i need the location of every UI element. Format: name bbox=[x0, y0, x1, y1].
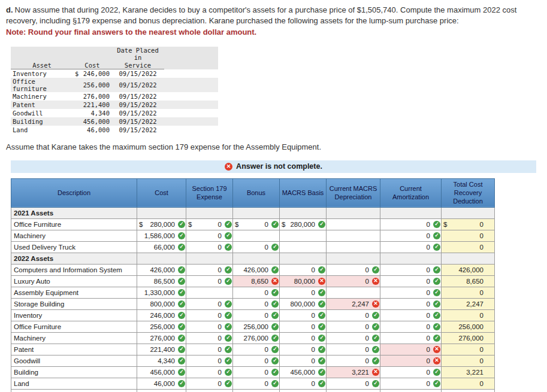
mark-slot: ✕ bbox=[431, 346, 440, 353]
entry-cell-depr[interactable]: 0✓ bbox=[327, 264, 380, 275]
entry-cell-depr[interactable]: 0✓ bbox=[327, 309, 380, 321]
entry-cell-macrs[interactable]: 0✓ bbox=[280, 321, 327, 332]
entry-cell-amort[interactable]: 0✓ bbox=[380, 275, 442, 287]
entry-cell-cost[interactable]: 246,000✓ bbox=[137, 309, 186, 321]
entry-cell-amort[interactable]: 0✓ bbox=[380, 241, 442, 253]
entry-cell-s179[interactable]: 0✓ bbox=[186, 264, 233, 275]
entry-cell-cost[interactable]: 276,000✓ bbox=[137, 332, 186, 344]
entry-cell-cost[interactable]: 46,000✓ bbox=[137, 378, 186, 389]
entry-cell-s179[interactable]: 0✓ bbox=[186, 344, 233, 355]
entry-cell-depr[interactable]: 0✓ bbox=[327, 332, 380, 344]
entry-cell-macrs[interactable]: 800,000✓ bbox=[280, 298, 327, 309]
entry-cell-amort[interactable]: 0✓ bbox=[380, 218, 442, 230]
asset-cost-value: 4,340 bbox=[75, 110, 110, 117]
entry-cell-bonus[interactable]: 0✓ bbox=[233, 378, 280, 389]
entry-cell-bonus[interactable]: $0✓ bbox=[233, 218, 280, 230]
entry-cell-bonus[interactable]: 0✓ bbox=[233, 355, 280, 366]
mark-slot: ✓ bbox=[223, 232, 232, 239]
entry-cell-s179[interactable]: 0✓ bbox=[186, 298, 233, 309]
mark-slot: ✓ bbox=[370, 335, 379, 342]
entry-cell-cost[interactable]: 426,000✓ bbox=[137, 264, 186, 275]
entry-cell-macrs[interactable]: 0✓ bbox=[280, 355, 327, 366]
cell-content: 0✓ bbox=[327, 321, 380, 332]
entry-cell-bonus[interactable]: 426,000✓ bbox=[233, 264, 280, 275]
entry-cell-macrs[interactable]: 0✓ bbox=[280, 264, 327, 275]
entry-cell-bonus[interactable]: 0✓ bbox=[233, 298, 280, 309]
entry-cell-macrs[interactable]: 0✓ bbox=[280, 287, 327, 298]
entry-cell-amort[interactable]: 0✓ bbox=[380, 378, 442, 389]
entry-cell-s179[interactable]: 0✓ bbox=[186, 355, 233, 366]
entry-cell-amort[interactable]: 0✕ bbox=[380, 344, 442, 355]
entry-cell-cost[interactable]: 221,400✓ bbox=[137, 344, 186, 355]
entry-cell-amort[interactable]: 0✓ bbox=[380, 332, 442, 344]
entry-cell-bonus[interactable]: 0✓ bbox=[233, 344, 280, 355]
cell-value: 8,650 bbox=[251, 278, 270, 285]
entry-cell-macrs[interactable]: 0✓ bbox=[280, 378, 327, 389]
entry-cell-s179[interactable]: 0✓ bbox=[186, 241, 233, 253]
entry-cell-macrs[interactable]: 0✓ bbox=[280, 332, 327, 344]
entry-cell-s179: $0 bbox=[186, 389, 233, 392]
mark-slot: ✓ bbox=[270, 369, 279, 376]
entry-cell-amort[interactable]: 0✓ bbox=[380, 287, 442, 298]
entry-cell-s179[interactable]: 0✓ bbox=[186, 309, 233, 321]
cell-value: 0 bbox=[312, 266, 316, 274]
cell-value: 0 bbox=[265, 289, 270, 296]
entry-cell-amort[interactable]: 0✓ bbox=[380, 309, 442, 321]
entry-cell-bonus[interactable]: 0✓ bbox=[233, 241, 280, 253]
entry-cell-s179[interactable]: 0✓ bbox=[186, 366, 233, 378]
entry-cell-depr[interactable]: 2,247✕ bbox=[327, 298, 380, 309]
entry-cell-s179[interactable]: $0✓ bbox=[186, 218, 233, 230]
entry-cell-cost[interactable]: $280,000✓ bbox=[137, 218, 186, 230]
entry-cell-cost[interactable]: 4,340✓ bbox=[137, 355, 186, 366]
entry-cell-macrs: $1,616,000 bbox=[280, 389, 327, 392]
cell-value: 456,000 bbox=[150, 369, 176, 376]
entry-cell-cost[interactable]: 1,586,000✓ bbox=[137, 230, 186, 241]
entry-cell-amort[interactable]: 0✓ bbox=[380, 298, 442, 309]
entry-cell-depr[interactable]: 3,221✕ bbox=[327, 366, 380, 378]
entry-cell-depr[interactable]: 0✕ bbox=[327, 275, 380, 287]
entry-cell-amort[interactable]: 0✓ bbox=[380, 321, 442, 332]
entry-cell-s179[interactable]: 0✓ bbox=[186, 275, 233, 287]
check-icon: ✓ bbox=[433, 369, 440, 376]
entry-cell-depr[interactable]: 0✓ bbox=[327, 321, 380, 332]
entry-cell-amort[interactable]: 0✓ bbox=[380, 366, 442, 378]
entry-cell-s179[interactable]: 0✓ bbox=[186, 378, 233, 389]
entry-cell-macrs[interactable]: 0✓ bbox=[280, 344, 327, 355]
entry-cell-macrs[interactable]: 456,000✓ bbox=[280, 366, 327, 378]
entry-cell-bonus[interactable]: 256,000✓ bbox=[233, 321, 280, 332]
entry-cell-depr[interactable]: 0✓ bbox=[327, 355, 380, 366]
entry-cell-macrs[interactable]: 80,000✕ bbox=[280, 275, 327, 287]
entry-cell-amort[interactable]: 0✕ bbox=[380, 355, 442, 366]
cell-value: 0 bbox=[312, 346, 316, 353]
cell-content: $972,118 bbox=[442, 390, 494, 392]
check-icon: ✓ bbox=[433, 335, 440, 342]
cell-content: 0 bbox=[442, 355, 494, 366]
entry-cell-bonus[interactable]: 0✓ bbox=[233, 366, 280, 378]
entry-cell-depr[interactable]: 0✓ bbox=[327, 344, 380, 355]
entry-cell-cost[interactable]: 456,000✓ bbox=[137, 366, 186, 378]
entry-cell-bonus[interactable]: 8,650✕ bbox=[233, 275, 280, 287]
entry-cell-bonus[interactable]: 0✓ bbox=[233, 287, 280, 298]
spacer-cell bbox=[164, 117, 218, 126]
cell-value: 221,400 bbox=[150, 346, 176, 353]
entry-cell-macrs[interactable]: 0✓ bbox=[280, 309, 327, 321]
cell-value: 0 bbox=[480, 232, 485, 239]
cell-content: 0✓ bbox=[233, 299, 279, 309]
cell-value: 0 bbox=[427, 266, 431, 274]
entry-cell-amort[interactable]: 0✓ bbox=[380, 264, 442, 275]
entry-cell-depr[interactable]: 0✓ bbox=[327, 378, 380, 389]
entry-cell-amort[interactable]: 0✓ bbox=[380, 230, 442, 241]
entry-cell-cost[interactable]: 1,330,000✓ bbox=[137, 287, 186, 298]
entry-cell-macrs[interactable]: $280,000✓ bbox=[280, 218, 327, 230]
entry-cell-bonus[interactable]: 276,000✓ bbox=[233, 332, 280, 344]
table-row: Machinery276,000✓0✓276,000✓0✓0✓0✓276,000 bbox=[11, 332, 495, 344]
entry-cell-cost[interactable]: 66,000✓ bbox=[137, 241, 186, 253]
entry-cell-cost[interactable]: 800,000✓ bbox=[137, 298, 186, 309]
entry-cell-bonus[interactable]: 0✓ bbox=[233, 309, 280, 321]
entry-cell-cost[interactable]: 86,500✓ bbox=[137, 275, 186, 287]
entry-cell-cost[interactable]: 256,000✓ bbox=[137, 321, 186, 332]
entry-cell-s179[interactable]: 0✓ bbox=[186, 332, 233, 344]
entry-cell-s179[interactable]: 0✓ bbox=[186, 321, 233, 332]
check-icon: ✓ bbox=[372, 380, 379, 387]
entry-cell-s179[interactable]: 0✓ bbox=[186, 230, 233, 241]
